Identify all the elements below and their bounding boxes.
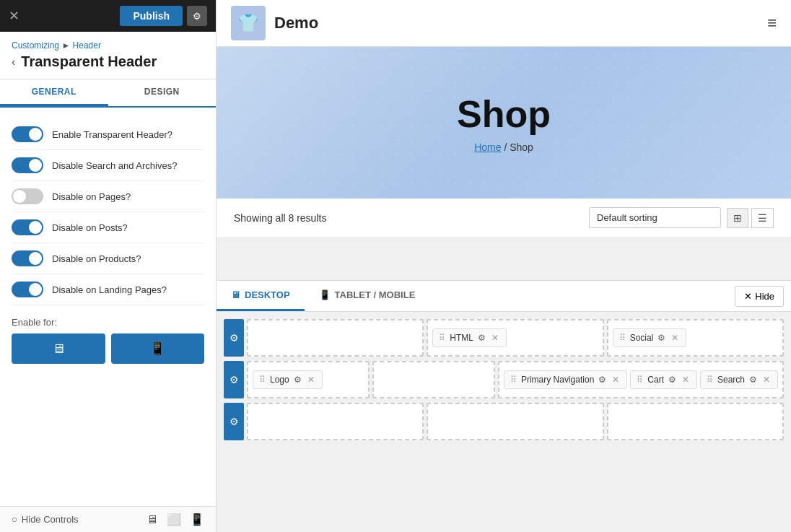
builder-row-0: ⚙ ⠿ HTML ⚙ ✕ ⠿ Social ⚙ ✕ (224, 319, 784, 357)
bottom-device-icons: 🖥 ⬜ 📱 (147, 513, 204, 526)
customizer-panel: ✕ Publish ⚙ Customizing ► Header ‹ Trans… (0, 0, 217, 532)
row-center-zone-0: ⠿ HTML ⚙ ✕ (427, 319, 603, 357)
toggle-disable_landing[interactable] (12, 282, 43, 297)
desktop-tab-icon: 🖥 (231, 289, 240, 300)
preview-panel: 👕 Demo ≡ Shop Home / Shop Showing all 8 … (217, 0, 791, 532)
shop-breadcrumb: Home / Shop (474, 141, 533, 153)
hide-controls-button[interactable]: ○ Hide Controls (12, 514, 79, 525)
tab-desktop[interactable]: 🖥 DESKTOP (217, 281, 305, 311)
desktop-tab-label: DESKTOP (245, 289, 290, 300)
mobile-icon: 📱 (149, 341, 165, 357)
widget-settings-search[interactable]: ⚙ (748, 375, 759, 385)
drag-handle-icon: ⠿ (510, 375, 517, 385)
bottom-monitor-button[interactable]: 🖥 (147, 513, 158, 526)
demo-logo: 👕 Demo (231, 6, 318, 40)
widget-settings-cart[interactable]: ⚙ (667, 375, 678, 385)
toggle-row-disable_landing: Disable on Landing Pages? (12, 274, 204, 305)
publish-area: Publish ⚙ (120, 6, 207, 26)
bottom-tablet-button[interactable]: ⬜ (167, 513, 181, 526)
breadcrumb-area: Customizing ► Header ‹ Transparent Heade… (0, 32, 216, 79)
toggle-row-enable_transparent: Enable Transparent Header? (12, 119, 204, 150)
widget-label-cart: Cart (647, 375, 664, 385)
row-left-zone-0 (247, 319, 424, 357)
section-title: Transparent Header (21, 53, 157, 70)
gear-icon: ⚙ (193, 11, 201, 22)
row-settings-0[interactable]: ⚙ (224, 319, 244, 357)
tab-general[interactable]: GENERAL (0, 79, 108, 106)
hide-label: Hide (755, 291, 774, 302)
demo-menu-button[interactable]: ≡ (767, 14, 777, 32)
device-buttons: 🖥 📱 (12, 333, 204, 364)
toggle-label-disable_landing: Disable on Landing Pages? (52, 284, 167, 295)
toggle-disable_search[interactable] (12, 157, 43, 173)
bottom-bar: ○ Hide Controls 🖥 ⬜ 📱 (0, 506, 216, 532)
toggle-disable_posts[interactable] (12, 219, 43, 235)
row-center-zone-2 (427, 403, 603, 440)
toggle-label-disable_search: Disable Search and Archives? (52, 160, 177, 171)
widget-remove-logo[interactable]: ✕ (306, 375, 316, 385)
customizer-topbar: ✕ Publish ⚙ (0, 0, 216, 32)
toggle-disable_pages[interactable] (12, 188, 43, 204)
close-button[interactable]: ✕ (9, 8, 19, 24)
grid-view-button[interactable]: ⊞ (727, 208, 748, 228)
builder-row-1: ⚙ ⠿ Logo ⚙ ✕ ⠿ Primary Navigation ⚙ ✕ ⠿ … (224, 361, 784, 398)
view-toggle-buttons: ⊞ ☰ (727, 208, 774, 228)
list-view-button[interactable]: ☰ (751, 208, 774, 228)
tab-design[interactable]: DESIGN (108, 79, 217, 106)
builder-tabs: 🖥 DESKTOP 📱 TABLET / MOBILE ✕ Hide (217, 281, 791, 312)
widget-social-0r: ⠿ Social ⚙ ✕ (613, 328, 687, 347)
toggle-disable_products[interactable] (12, 250, 43, 266)
toggle-label-disable_pages: Disable on Pages? (52, 191, 131, 202)
back-button[interactable]: ‹ (12, 56, 15, 69)
widget-settings-html[interactable]: ⚙ (476, 333, 487, 343)
panel-content: Enable Transparent Header? Disable Searc… (0, 108, 216, 506)
bottom-phone-button[interactable]: 📱 (190, 513, 204, 526)
demo-site-name: Demo (274, 14, 318, 32)
settings-icon: ⚙ (230, 332, 239, 344)
toggle-row-disable_products: Disable on Products? (12, 243, 204, 274)
widget-settings-logo[interactable]: ⚙ (292, 375, 303, 385)
breadcrumb-current-page: Shop (510, 141, 533, 153)
toggle-row-disable_posts: Disable on Posts? (12, 212, 204, 243)
hide-builder-button[interactable]: ✕ Hide (735, 286, 784, 307)
row-settings-2[interactable]: ⚙ (224, 403, 244, 440)
breadcrumb-home-link[interactable]: Home (474, 141, 501, 153)
sort-select[interactable]: Default sortingSort by popularitySort by… (589, 207, 721, 228)
widget-settings-social[interactable]: ⚙ (656, 333, 667, 343)
widget-label-primary-navigation: Primary Navigation (521, 375, 594, 385)
widget-remove-primary-navigation[interactable]: ✕ (611, 375, 621, 385)
settings-icon: ⚙ (230, 374, 239, 385)
toggle-row-disable_search: Disable Search and Archives? (12, 150, 204, 181)
desktop-device-button[interactable]: 🖥 (12, 333, 105, 364)
tablet-tab-icon: 📱 (319, 289, 331, 300)
widget-remove-cart[interactable]: ✕ (681, 375, 691, 385)
widget-label-social: Social (630, 333, 654, 343)
widget-label-search: Search (717, 375, 745, 385)
shop-title: Shop (457, 92, 551, 136)
shop-toolbar: Showing all 8 results Default sortingSor… (217, 199, 791, 237)
widget-html-0c: ⠿ HTML ⚙ ✕ (432, 328, 507, 347)
settings-gear-button[interactable]: ⚙ (187, 6, 207, 26)
breadcrumb-link-customizing[interactable]: Customizing (12, 40, 59, 51)
breadcrumb-link-header[interactable]: Header (73, 40, 101, 51)
widget-remove-search[interactable]: ✕ (761, 375, 772, 385)
toggle-enable_transparent[interactable] (12, 126, 43, 142)
row-right-zone-0: ⠿ Social ⚙ ✕ (607, 319, 784, 357)
hide-controls-label: Hide Controls (22, 514, 79, 525)
publish-button[interactable]: Publish (120, 6, 183, 26)
widget-label-html: HTML (450, 333, 473, 343)
tablet-tab-label: TABLET / MOBILE (335, 289, 416, 300)
row-settings-1[interactable]: ⚙ (224, 361, 244, 398)
widget-remove-social[interactable]: ✕ (670, 333, 680, 343)
sort-area: Default sortingSort by popularitySort by… (589, 207, 774, 228)
row-right-zone-2 (607, 403, 784, 440)
toggle-label-disable_products: Disable on Products? (52, 253, 141, 264)
drag-handle-icon: ⠿ (637, 375, 643, 385)
widget-logo-1l: ⠿ Logo ⚙ ✕ (253, 370, 323, 389)
widget-settings-primary-navigation[interactable]: ⚙ (597, 375, 608, 385)
mobile-device-button[interactable]: 📱 (111, 333, 205, 364)
tab-tablet-mobile[interactable]: 📱 TABLET / MOBILE (305, 281, 430, 311)
product-grid-area (217, 237, 791, 281)
widget-remove-html[interactable]: ✕ (490, 333, 500, 343)
toggle-label-disable_posts: Disable on Posts? (52, 222, 128, 233)
